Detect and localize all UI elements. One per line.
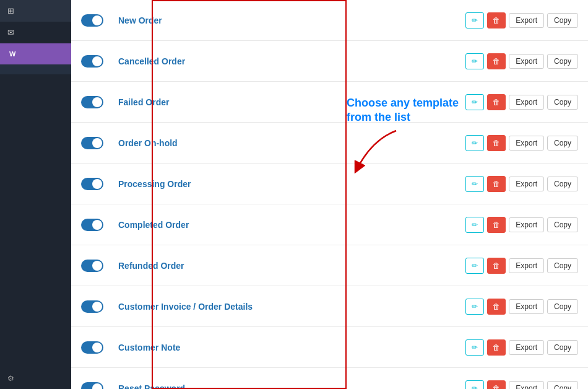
edit-button-processing-order[interactable]: ✏ (465, 176, 484, 192)
pencil-icon: ✏ (472, 139, 478, 147)
toggle-order-on-hold[interactable] (81, 137, 103, 149)
row-actions-cancelled-order: ✏ 🗑 Export Copy (465, 53, 578, 69)
copy-button-customer-note[interactable]: Copy (547, 340, 578, 355)
row-actions-order-on-hold: ✏ 🗑 Export Copy (465, 135, 578, 151)
delete-button-customer-invoice[interactable]: 🗑 (487, 299, 506, 315)
pencil-icon: ✏ (472, 57, 478, 66)
delete-button-failed-order[interactable]: 🗑 (487, 94, 506, 110)
trash-icon: 🗑 (493, 384, 500, 390)
trash-icon: 🗑 (493, 98, 500, 107)
email-templates-table: Choose any templatefrom the list New Ord… (71, 0, 588, 389)
row-actions-customer-note: ✏ 🗑 Export Copy (465, 339, 578, 356)
delete-button-cancelled-order[interactable]: 🗑 (487, 53, 506, 69)
copy-button-customer-invoice[interactable]: Copy (547, 299, 578, 314)
trash-icon: 🗑 (493, 139, 500, 147)
export-button-cancelled-order[interactable]: Export (509, 54, 544, 69)
row-actions-new-order: ✏ 🗑 Export Copy (465, 12, 578, 28)
export-button-failed-order[interactable]: Export (509, 95, 544, 110)
row-actions-refunded-order: ✏ 🗑 Export Copy (465, 258, 578, 274)
copy-button-processing-order[interactable]: Copy (547, 177, 578, 191)
toggle-processing-order[interactable] (81, 178, 103, 190)
row-actions-reset-password: ✏ 🗑 Export Copy (465, 380, 578, 390)
delete-button-order-on-hold[interactable]: 🗑 (487, 135, 506, 151)
sidebar-item-email-customizer-sub[interactable] (0, 64, 71, 74)
export-button-processing-order[interactable]: Export (509, 177, 544, 191)
export-button-customer-invoice[interactable]: Export (509, 299, 544, 314)
toggle-customer-note[interactable] (81, 341, 103, 354)
toggle-refunded-order[interactable] (81, 260, 103, 272)
pencil-icon: ✏ (472, 384, 478, 390)
edit-button-new-order[interactable]: ✏ (465, 12, 484, 28)
copy-button-new-order[interactable]: Copy (547, 13, 578, 28)
copy-button-completed-order[interactable]: Copy (547, 217, 578, 232)
delete-button-new-order[interactable]: 🗑 (487, 12, 506, 28)
row-name-completed-order: Completed Order (112, 220, 465, 230)
copy-button-cancelled-order[interactable]: Copy (547, 54, 578, 69)
edit-button-completed-order[interactable]: ✏ (465, 217, 484, 233)
export-button-reset-password[interactable]: Export (509, 381, 544, 390)
trash-icon: 🗑 (493, 16, 500, 25)
gear-icon: ⚙ (7, 374, 14, 383)
woo-icon: W (7, 50, 17, 58)
toggle-completed-order[interactable] (81, 219, 103, 231)
row-actions-failed-order: ✏ 🗑 Export Copy (465, 94, 578, 110)
copy-button-reset-password[interactable]: Copy (547, 381, 578, 390)
edit-button-failed-order[interactable]: ✏ (465, 94, 484, 110)
toggle-col-customer-note (81, 341, 112, 354)
pencil-icon: ✏ (472, 180, 478, 188)
edit-button-refunded-order[interactable]: ✏ (465, 258, 484, 274)
collapse-menu-button[interactable]: ⚙ (0, 368, 71, 389)
export-button-new-order[interactable]: Export (509, 13, 544, 28)
sidebar: ⊞ ✉ W (0, 0, 71, 389)
edit-button-customer-note[interactable]: ✏ (465, 339, 484, 356)
trash-icon: 🗑 (493, 302, 500, 311)
export-button-completed-order[interactable]: Export (509, 217, 544, 232)
table-row: Order On-hold ✏ 🗑 Export Copy (71, 123, 588, 164)
toggle-customer-invoice[interactable] (81, 300, 103, 313)
sidebar-item-email-customizer[interactable]: ✉ (0, 22, 71, 43)
table-row: Refunded Order ✏ 🗑 Export Copy (71, 245, 588, 286)
edit-button-reset-password[interactable]: ✏ (465, 380, 484, 390)
toggle-col-completed-order (81, 219, 112, 231)
edit-button-customer-invoice[interactable]: ✏ (465, 299, 484, 315)
row-name-failed-order: Failed Order (112, 97, 465, 107)
toggle-new-order[interactable] (81, 14, 103, 27)
export-button-refunded-order[interactable]: Export (509, 258, 544, 273)
toggle-reset-password[interactable] (81, 382, 103, 390)
pencil-icon: ✏ (472, 343, 478, 352)
export-button-order-on-hold[interactable]: Export (509, 136, 544, 151)
trash-icon: 🗑 (493, 57, 500, 66)
edit-button-order-on-hold[interactable]: ✏ (465, 135, 484, 151)
row-name-customer-note: Customer Note (112, 343, 465, 352)
copy-button-refunded-order[interactable]: Copy (547, 258, 578, 273)
toggle-col-failed-order (81, 96, 112, 108)
table-row: Processing Order ✏ 🗑 Export Copy (71, 164, 588, 204)
sidebar-item-dashboard[interactable]: ⊞ (0, 0, 71, 22)
copy-button-order-on-hold[interactable]: Copy (547, 136, 578, 151)
row-actions-completed-order: ✏ 🗑 Export Copy (465, 217, 578, 233)
toggle-cancelled-order[interactable] (81, 55, 103, 68)
toggle-failed-order[interactable] (81, 96, 103, 108)
trash-icon: 🗑 (493, 343, 500, 352)
sidebar-item-woocommerce[interactable]: W (0, 43, 71, 64)
rows-container: New Order ✏ 🗑 Export Copy Cancelled Orde… (71, 0, 588, 389)
trash-icon: 🗑 (493, 221, 500, 229)
delete-button-reset-password[interactable]: 🗑 (487, 380, 506, 390)
export-button-customer-note[interactable]: Export (509, 340, 544, 355)
table-row: Failed Order ✏ 🗑 Export Copy (71, 82, 588, 123)
row-name-customer-invoice: Customer Invoice / Order Details (112, 302, 465, 312)
toggle-col-customer-invoice (81, 300, 112, 313)
delete-button-refunded-order[interactable]: 🗑 (487, 258, 506, 274)
pencil-icon: ✏ (472, 221, 478, 229)
main-content: Choose any templatefrom the list New Ord… (71, 0, 588, 389)
table-row: Customer Invoice / Order Details ✏ 🗑 Exp… (71, 286, 588, 327)
pencil-icon: ✏ (472, 261, 478, 270)
row-name-new-order: New Order (112, 15, 465, 25)
delete-button-completed-order[interactable]: 🗑 (487, 217, 506, 233)
row-name-processing-order: Processing Order (112, 179, 465, 189)
edit-button-cancelled-order[interactable]: ✏ (465, 53, 484, 69)
delete-button-customer-note[interactable]: 🗑 (487, 339, 506, 356)
copy-button-failed-order[interactable]: Copy (547, 95, 578, 110)
toggle-col-order-on-hold (81, 137, 112, 149)
delete-button-processing-order[interactable]: 🗑 (487, 176, 506, 192)
